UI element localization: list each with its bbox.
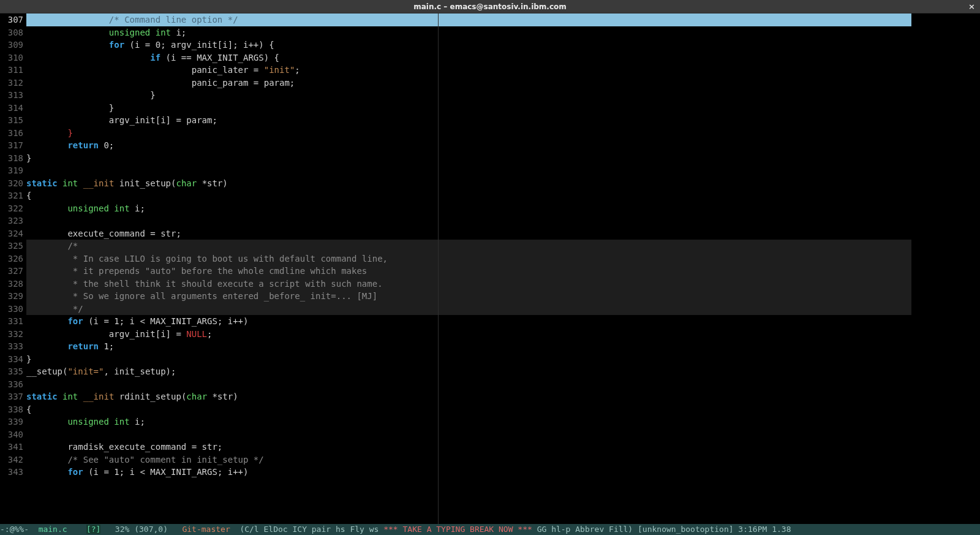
- code-cell[interactable]: * the shell think it should execute a sc…: [26, 278, 980, 290]
- code-cell[interactable]: * So we ignore all arguments entered _be…: [26, 290, 980, 303]
- right-fringe: [911, 13, 980, 524]
- code-row[interactable]: 324 execute_command = str;: [0, 227, 980, 240]
- code-row[interactable]: 309 for (i = 0; argv_init[i]; i++) {: [0, 39, 980, 51]
- code-row[interactable]: 325 /*: [0, 240, 980, 252]
- code-cell[interactable]: static int __init rdinit_setup(char *str…: [26, 390, 980, 403]
- modeline[interactable]: -:@%%- main.c [?] 32% (307,0) Git-master…: [0, 524, 980, 535]
- code-row[interactable]: 318}: [0, 152, 980, 165]
- code-row[interactable]: 311 panic_later = "init";: [0, 64, 980, 77]
- code-row[interactable]: 326 * In case LILO is going to boot us w…: [0, 252, 980, 265]
- code-row[interactable]: 319: [0, 164, 980, 177]
- code-cell[interactable]: {: [26, 189, 980, 202]
- code-row[interactable]: 340: [0, 428, 980, 441]
- line-number: 316: [0, 127, 26, 140]
- code-cell[interactable]: */: [26, 303, 980, 316]
- code-cell[interactable]: argv_init[i] = param;: [26, 114, 980, 127]
- code-cell[interactable]: * it prepends "auto" before the whole cm…: [26, 265, 980, 278]
- code-cell[interactable]: for (i = 1; i < MAX_INIT_ARGS; i++): [26, 315, 980, 328]
- tok-plain: (i = 0; argv_init[i]; i++) {: [124, 40, 274, 50]
- tok-plain: [26, 341, 67, 351]
- code-cell[interactable]: for (i = 1; i < MAX_INIT_ARGS; i++): [26, 466, 980, 479]
- tok-plain: [58, 392, 62, 401]
- code-row[interactable]: 335__setup("init=", init_setup);: [0, 365, 980, 378]
- code-row[interactable]: 315 argv_init[i] = param;: [0, 114, 980, 127]
- code-cell[interactable]: return 1;: [26, 340, 980, 353]
- close-icon[interactable]: ×: [968, 0, 975, 13]
- tok-plain: (: [171, 178, 176, 188]
- code-row[interactable]: 316 }: [0, 127, 980, 140]
- code-cell[interactable]: execute_command = str;: [26, 227, 980, 240]
- code-row[interactable]: 308 unsigned int i;: [0, 26, 980, 39]
- code-cell[interactable]: /*: [26, 240, 980, 252]
- code-row[interactable]: 330 */: [0, 303, 980, 316]
- modeline-buffer-name: main.c: [39, 525, 67, 534]
- tok-plain: [26, 128, 67, 138]
- tok-plain: ;: [295, 65, 300, 75]
- code-cell[interactable]: __setup("init=", init_setup);: [26, 365, 980, 378]
- code-row[interactable]: 342 /* See "auto" comment in init_setup …: [0, 453, 980, 466]
- code-row[interactable]: 341 ramdisk_execute_command = str;: [0, 441, 980, 453]
- editor-viewport[interactable]: 307 /* Command line option */308 unsigne…: [0, 13, 980, 524]
- code-row[interactable]: 327 * it prepends "auto" before the whol…: [0, 265, 980, 278]
- code-cell[interactable]: return 0;: [26, 139, 980, 152]
- code-cell[interactable]: }: [26, 102, 980, 115]
- tok-plain: ramdisk_execute_command = str;: [26, 442, 222, 452]
- code-row[interactable]: 337static int __init rdinit_setup(char *…: [0, 390, 980, 403]
- tok-comment: * In case LILO is going to boot us with …: [26, 254, 388, 264]
- code-cell[interactable]: argv_init[i] = NULL;: [26, 328, 980, 341]
- code-cell[interactable]: if (i == MAX_INIT_ARGS) {: [26, 51, 980, 64]
- code-cell[interactable]: unsigned int i;: [26, 26, 980, 39]
- code-row[interactable]: 336: [0, 378, 980, 391]
- code-cell[interactable]: ramdisk_execute_command = str;: [26, 441, 980, 453]
- code-row[interactable]: 339 unsigned int i;: [0, 415, 980, 428]
- tok-plain: i;: [130, 203, 145, 213]
- code-cell[interactable]: panic_param = param;: [26, 77, 980, 89]
- code-row[interactable]: 334}: [0, 353, 980, 366]
- code-cell[interactable]: {: [26, 403, 980, 416]
- line-number: 338: [0, 403, 26, 416]
- code-cell[interactable]: panic_later = "init";: [26, 64, 980, 77]
- modeline-flag: [?]: [86, 525, 100, 534]
- code-cell[interactable]: * In case LILO is going to boot us with …: [26, 252, 980, 265]
- code-cell[interactable]: [26, 428, 980, 441]
- code-row[interactable]: 321{: [0, 189, 980, 202]
- code-row[interactable]: 313 }: [0, 89, 980, 102]
- code-cell[interactable]: [26, 164, 980, 177]
- code-row[interactable]: 338{: [0, 403, 980, 416]
- code-cell[interactable]: [26, 214, 980, 227]
- code-row[interactable]: 317 return 0;: [0, 139, 980, 152]
- code-cell[interactable]: }: [26, 152, 980, 165]
- tok-null: NULL: [186, 329, 207, 339]
- code-row[interactable]: 322 unsigned int i;: [0, 202, 980, 215]
- code-cell[interactable]: }: [26, 89, 980, 102]
- code-row[interactable]: 307 /* Command line option */: [0, 13, 980, 26]
- code-row[interactable]: 328 * the shell think it should execute …: [0, 278, 980, 290]
- code-cell[interactable]: }: [26, 353, 980, 366]
- code-cell[interactable]: }: [26, 127, 980, 140]
- code-cell[interactable]: /* See "auto" comment in init_setup */: [26, 453, 980, 466]
- code-row[interactable]: 332 argv_init[i] = NULL;: [0, 328, 980, 341]
- code-row[interactable]: 343 for (i = 1; i < MAX_INIT_ARGS; i++): [0, 466, 980, 479]
- line-number: 307: [0, 13, 26, 26]
- code-cell[interactable]: unsigned int i;: [26, 415, 980, 428]
- code-cell[interactable]: [26, 378, 980, 391]
- code-row[interactable]: 314 }: [0, 102, 980, 115]
- code-row[interactable]: 331 for (i = 1; i < MAX_INIT_ARGS; i++): [0, 315, 980, 328]
- code-row[interactable]: 333 return 1;: [0, 340, 980, 353]
- tok-attr: __init: [83, 178, 115, 188]
- line-number: 339: [0, 415, 26, 428]
- code-cell[interactable]: unsigned int i;: [26, 202, 980, 215]
- modeline-alert: *** TAKE A TYPING BREAK NOW ***: [383, 525, 532, 534]
- code-cell[interactable]: /* Command line option */: [26, 13, 980, 26]
- code-row[interactable]: 329 * So we ignore all arguments entered…: [0, 290, 980, 303]
- line-number: 322: [0, 202, 26, 215]
- code-row[interactable]: 312 panic_param = param;: [0, 77, 980, 89]
- code-cell[interactable]: for (i = 0; argv_init[i]; i++) {: [26, 39, 980, 51]
- tok-plain: execute_command = str;: [26, 229, 181, 238]
- tok-ident: rdinit_setup: [119, 392, 181, 401]
- code-row[interactable]: 320static int __init init_setup(char *st…: [0, 177, 980, 190]
- code-row[interactable]: 310 if (i == MAX_INIT_ARGS) {: [0, 51, 980, 64]
- code-row[interactable]: 323: [0, 214, 980, 227]
- tok-plain: , init_setup);: [104, 366, 176, 376]
- code-cell[interactable]: static int __init init_setup(char *str): [26, 177, 980, 190]
